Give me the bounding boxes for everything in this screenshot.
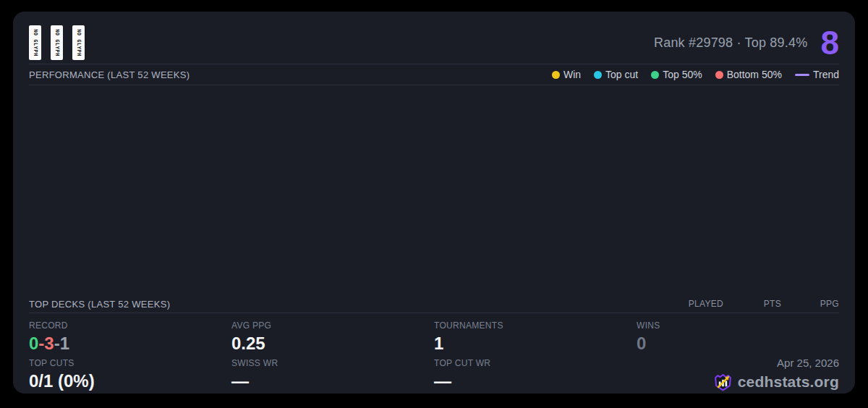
stat-avg-ppg: AVG PPG 0.25: [231, 319, 434, 357]
top-cuts-value: 0/1 (0%): [29, 372, 231, 391]
site-branding[interactable]: cedhstats.org: [713, 373, 839, 392]
trend-line-icon: [795, 74, 809, 76]
top-decks-columns: PLAYED PTS PPG: [665, 299, 839, 309]
stat-swiss-wr: SWISS WR —: [231, 357, 434, 394]
stats-card: NO GLYPH NO GLYPH NO GLYPH Rank #29798 ·…: [13, 12, 855, 394]
missing-glyph-icon: NO GLYPH: [29, 25, 41, 60]
legend-label: Bottom 50%: [727, 69, 782, 80]
missing-glyph-label: NO GLYPH: [76, 29, 82, 56]
date-text: Apr 25, 2026: [777, 357, 839, 369]
missing-glyph-icon: NO GLYPH: [72, 25, 85, 60]
rank-text: Rank #29798 · Top 89.4%: [654, 35, 807, 51]
top-decks-header: TOP DECKS (LAST 52 WEEKS) PLAYED PTS PPG: [29, 295, 839, 313]
legend-item-top-cut: Top cut: [594, 69, 638, 80]
legend-label: Top 50%: [663, 69, 702, 80]
stat-label: SWISS WR: [231, 358, 434, 368]
bottom-50-dot-icon: [715, 71, 723, 79]
chart-legend: Win Top cut Top 50% Bottom 50% Trend: [552, 69, 839, 80]
legend-item-win: Win: [552, 69, 581, 80]
legend-item-trend: Trend: [795, 69, 839, 80]
wins-value: 0: [637, 334, 839, 353]
record-draws: 1: [60, 333, 69, 353]
record-value: 0-3-1: [29, 334, 231, 353]
legend-label: Top cut: [605, 69, 638, 80]
top-50-dot-icon: [651, 71, 659, 79]
missing-glyph-icon: NO GLYPH: [51, 25, 63, 60]
stat-top-cut-wr: TOP CUT WR —: [434, 357, 637, 394]
tournaments-value: 1: [434, 334, 637, 353]
stat-label: TOP CUTS: [29, 358, 231, 368]
stat-label: RECORD: [29, 320, 231, 331]
deck-icons: NO GLYPH NO GLYPH NO GLYPH: [29, 25, 85, 60]
rank-area: Rank #29798 · Top 89.4% 8: [654, 26, 839, 59]
record-wins: 0: [29, 333, 38, 353]
legend-label: Trend: [813, 69, 839, 80]
stat-top-cuts: TOP CUTS 0/1 (0%): [29, 357, 231, 394]
performance-header: PERFORMANCE (LAST 52 WEEKS) Win Top cut …: [29, 64, 839, 85]
record-separator: -: [54, 333, 60, 353]
missing-glyph-label: NO GLYPH: [33, 29, 38, 56]
column-pts: PTS: [723, 299, 781, 309]
site-name[interactable]: cedhstats.org: [738, 373, 839, 391]
cedhstats-logo-icon: [713, 373, 733, 392]
stat-label: TOP CUT WR: [434, 358, 637, 368]
stat-label: TOURNAMENTS: [434, 320, 637, 331]
stat-tournaments: TOURNAMENTS 1: [434, 319, 637, 357]
top-cut-wr-value: —: [434, 372, 637, 391]
card-header: NO GLYPH NO GLYPH NO GLYPH Rank #29798 ·…: [29, 12, 839, 64]
missing-glyph-label: NO GLYPH: [54, 29, 60, 56]
footer: Apr 25, 2026 cedhstats.org: [637, 357, 839, 394]
performance-title: PERFORMANCE (LAST 52 WEEKS): [29, 69, 190, 80]
legend-label: Win: [563, 69, 581, 80]
stat-record: RECORD 0-3-1: [29, 319, 231, 357]
win-dot-icon: [552, 71, 560, 79]
avg-ppg-value: 0.25: [231, 334, 434, 353]
top-decks-title: TOP DECKS (LAST 52 WEEKS): [29, 299, 170, 310]
column-ppg: PPG: [781, 299, 839, 309]
stats-grid: RECORD 0-3-1 AVG PPG 0.25 TOURNAMENTS 1 …: [29, 313, 839, 394]
stat-label: AVG PPG: [231, 320, 434, 331]
stat-wins: WINS 0: [637, 319, 839, 357]
stat-label: WINS: [637, 320, 839, 331]
legend-item-bottom-50: Bottom 50%: [715, 69, 782, 80]
top-cut-dot-icon: [594, 71, 602, 79]
legend-item-top-50: Top 50%: [651, 69, 702, 80]
score-number: 8: [820, 26, 839, 59]
swiss-wr-value: —: [231, 372, 434, 391]
column-played: PLAYED: [665, 299, 723, 309]
record-losses: 3: [44, 333, 54, 353]
performance-chart: [29, 85, 839, 295]
